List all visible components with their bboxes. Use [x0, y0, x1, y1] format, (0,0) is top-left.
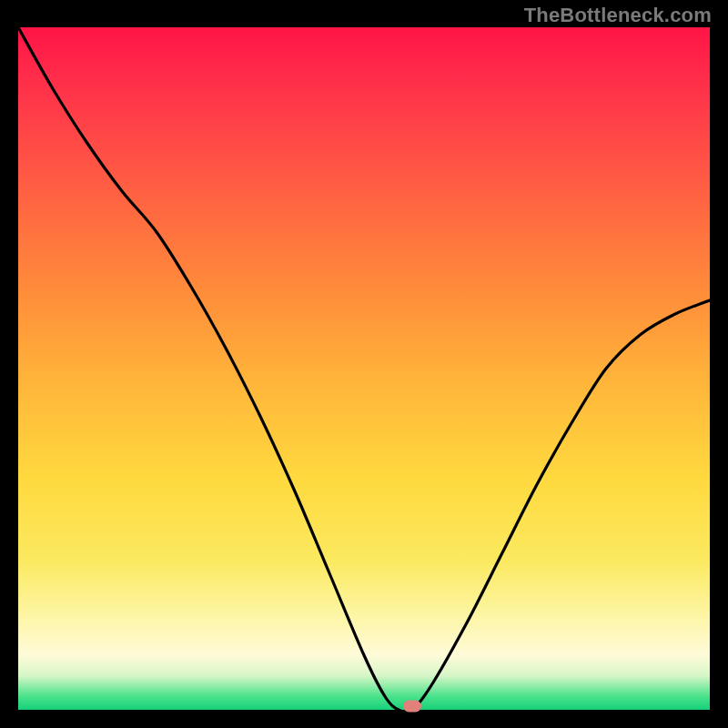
bottleneck-curve: [18, 27, 710, 710]
watermark: TheBottleneck.com: [524, 4, 712, 27]
chart-canvas: TheBottleneck.com: [0, 0, 728, 728]
optimal-marker: [403, 701, 421, 713]
plot-area: [18, 27, 710, 710]
